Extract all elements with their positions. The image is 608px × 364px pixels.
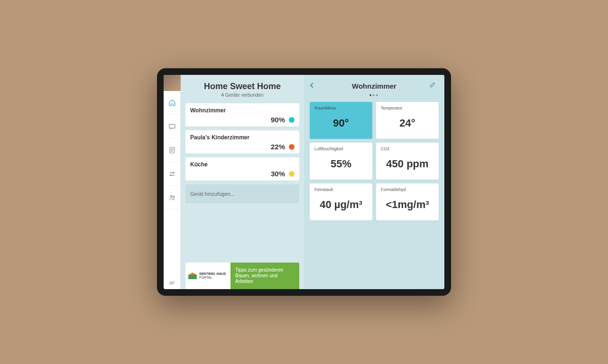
metric-card[interactable]: Temperatur24° bbox=[376, 102, 439, 139]
metric-card[interactable]: Formaldehyd<1mg/m³ bbox=[376, 183, 439, 220]
promo-text: Tipps zum gesünderen Bauen, wohnen und A… bbox=[230, 263, 299, 289]
avatar[interactable] bbox=[164, 75, 181, 91]
metric-card[interactable]: Luftfeuchtigkeit55% bbox=[310, 143, 372, 180]
metric-value: 90° bbox=[314, 117, 368, 129]
promo-brand-bottom: PORTAL bbox=[199, 276, 212, 279]
status-dot bbox=[289, 144, 295, 150]
room-value: 22% bbox=[271, 143, 285, 151]
svg-point-3 bbox=[170, 174, 172, 176]
room-name: Wohnzimmer bbox=[190, 107, 295, 114]
room-value: 90% bbox=[271, 116, 285, 124]
metric-value: 450 ppm bbox=[381, 158, 434, 170]
metric-value: <1mg/m³ bbox=[381, 199, 434, 211]
brand-logo: air bbox=[169, 276, 175, 289]
nav-settings[interactable] bbox=[164, 162, 181, 186]
promo-brand: SENTINEL HAUS PORTAL bbox=[185, 263, 230, 289]
back-button[interactable] bbox=[310, 82, 319, 90]
room-card[interactable]: Paula's Kinderzimmer22% bbox=[185, 130, 299, 154]
nav-messages[interactable] bbox=[164, 115, 181, 138]
pencil-icon bbox=[429, 82, 436, 88]
add-device-label: Gerät hinzufügen... bbox=[190, 191, 235, 197]
home-icon bbox=[168, 99, 176, 107]
metric-value: 24° bbox=[381, 117, 434, 129]
room-card[interactable]: Küche30% bbox=[185, 157, 299, 181]
svg-point-5 bbox=[173, 196, 174, 197]
chevron-left-icon bbox=[310, 82, 314, 89]
nav-home[interactable] bbox=[164, 91, 181, 115]
nav-users[interactable] bbox=[164, 186, 181, 209]
house-icon bbox=[188, 273, 197, 279]
page-subtitle: 4 Geräte verbunden bbox=[185, 92, 299, 98]
users-icon bbox=[168, 194, 176, 201]
metric-card[interactable]: CO2450 ppm bbox=[376, 143, 439, 180]
metric-card[interactable]: Raumklima90° bbox=[310, 102, 372, 139]
chat-icon bbox=[168, 123, 176, 130]
add-device-button[interactable]: Gerät hinzufügen... bbox=[185, 184, 299, 203]
app-screen: air Home Sweet Home 4 Geräte verbunden W… bbox=[164, 75, 444, 289]
room-name: Küche bbox=[190, 161, 295, 168]
detail-title: Wohnzimmer bbox=[319, 82, 429, 90]
metric-label: Temperatur bbox=[381, 106, 434, 110]
metric-value: 40 µg/m³ bbox=[314, 199, 368, 211]
metric-card[interactable]: Feinstaub40 µg/m³ bbox=[310, 183, 372, 220]
room-card[interactable]: Wohnzimmer90% bbox=[185, 103, 299, 127]
metric-label: Feinstaub bbox=[314, 187, 368, 192]
svg-rect-0 bbox=[169, 124, 175, 128]
metric-label: Raumklima bbox=[314, 106, 368, 110]
metric-label: CO2 bbox=[381, 146, 434, 151]
promo-brand-top: SENTINEL HAUS bbox=[199, 272, 226, 276]
room-detail-panel: Wohnzimmer ●●● Raumklima90°Temperatur24°… bbox=[304, 75, 444, 289]
metric-value: 55% bbox=[314, 158, 368, 170]
room-list-panel: Home Sweet Home 4 Geräte verbunden Wohnz… bbox=[181, 75, 304, 289]
page-title: Home Sweet Home bbox=[185, 82, 299, 91]
svg-point-2 bbox=[173, 172, 174, 173]
metric-label: Formaldehyd bbox=[381, 187, 434, 192]
detail-header: Wohnzimmer bbox=[310, 82, 439, 90]
document-icon bbox=[168, 146, 176, 154]
status-dot bbox=[289, 117, 295, 123]
svg-point-4 bbox=[170, 195, 172, 197]
nav-reports[interactable] bbox=[164, 138, 181, 162]
status-dot bbox=[289, 171, 295, 177]
edit-button[interactable] bbox=[429, 82, 439, 90]
room-value: 30% bbox=[271, 170, 285, 178]
sliders-icon bbox=[168, 170, 176, 178]
promo-banner[interactable]: SENTINEL HAUS PORTAL Tipps zum gesündere… bbox=[185, 263, 299, 289]
page-indicator: ●●● bbox=[310, 93, 439, 97]
metric-label: Luftfeuchtigkeit bbox=[314, 146, 368, 151]
tablet-frame: air Home Sweet Home 4 Geräte verbunden W… bbox=[157, 68, 451, 296]
sidebar: air bbox=[164, 75, 181, 289]
room-name: Paula's Kinderzimmer bbox=[190, 134, 295, 141]
